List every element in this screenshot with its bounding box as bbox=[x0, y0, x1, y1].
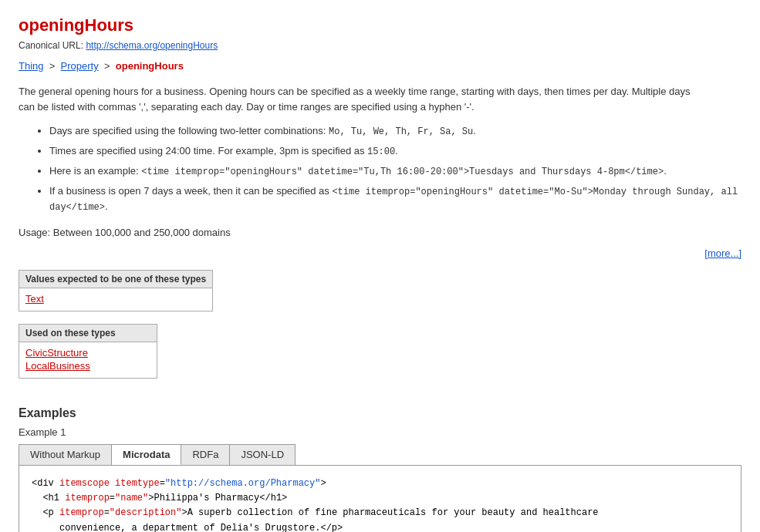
examples-heading: Examples bbox=[19, 406, 741, 420]
values-expected-box: Values expected to be one of these types… bbox=[19, 270, 213, 311]
page-container: openingHours Canonical URL: http://schem… bbox=[0, 0, 760, 532]
more-link[interactable]: [more...] bbox=[704, 247, 741, 259]
tab-json-ld[interactable]: JSON-LD bbox=[230, 445, 295, 465]
breadcrumb-thing[interactable]: Thing bbox=[19, 60, 44, 72]
tab-rdfa[interactable]: RDFa bbox=[181, 445, 230, 465]
used-on-box-body: CivicStructure LocalBusiness bbox=[19, 342, 157, 378]
used-on-type-civicstructure[interactable]: CivicStructure bbox=[25, 347, 150, 359]
description-text: The general opening hours for a business… bbox=[19, 84, 698, 114]
used-on-type-localbusiness[interactable]: LocalBusiness bbox=[25, 360, 150, 372]
canonical-link[interactable]: http://schema.org/openingHours bbox=[86, 40, 218, 51]
bullet-list: Days are specified using the following t… bbox=[49, 123, 741, 214]
canonical-label: Canonical URL: bbox=[19, 40, 83, 51]
values-type-text[interactable]: Text bbox=[25, 293, 206, 305]
examples-section: Examples Example 1 Without Markup Microd… bbox=[19, 406, 741, 532]
bullet-item: Times are specified using 24:00 time. Fo… bbox=[49, 143, 741, 159]
tab-without-markup[interactable]: Without Markup bbox=[19, 445, 112, 465]
breadcrumb: Thing > Property > openingHours bbox=[19, 60, 741, 72]
used-on-box-header: Used on these types bbox=[19, 325, 157, 342]
example-label: Example 1 bbox=[19, 426, 741, 438]
breadcrumb-current: openingHours bbox=[116, 60, 184, 72]
code-box: <div itemscope itemtype="http://schema.o… bbox=[19, 465, 741, 532]
breadcrumb-property[interactable]: Property bbox=[61, 60, 99, 72]
tabs-bar: Without Markup Microdata RDFa JSON-LD bbox=[19, 444, 296, 465]
bullet-item: Here is an example: <time itemprop="open… bbox=[49, 163, 741, 179]
usage-text: Usage: Between 100,000 and 250,000 domai… bbox=[19, 227, 741, 238]
page-title: openingHours bbox=[19, 15, 741, 35]
canonical-url-line: Canonical URL: http://schema.org/opening… bbox=[19, 40, 741, 51]
values-box-header: Values expected to be one of these types bbox=[19, 271, 212, 288]
values-box-body: Text bbox=[19, 288, 212, 311]
bullet-item: If a business is open 7 days a week, the… bbox=[49, 184, 741, 214]
bullet-item: Days are specified using the following t… bbox=[49, 123, 741, 139]
more-link-container: [more...] bbox=[19, 247, 741, 259]
used-on-types-box: Used on these types CivicStructure Local… bbox=[19, 324, 157, 379]
tab-microdata[interactable]: Microdata bbox=[112, 445, 181, 465]
